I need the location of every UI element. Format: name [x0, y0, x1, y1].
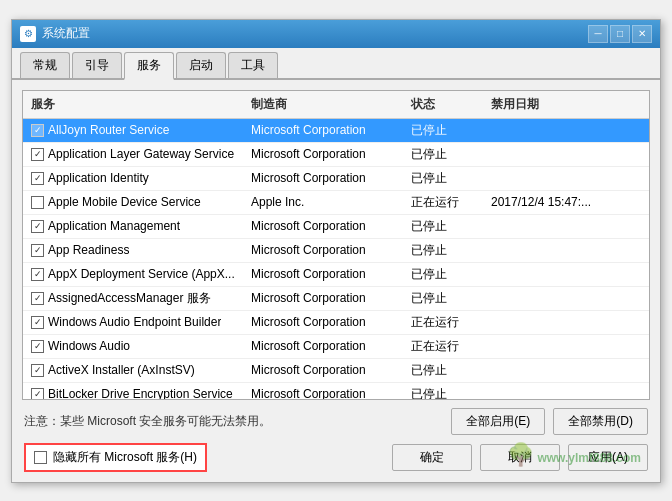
- hide-ms-checkbox[interactable]: [34, 451, 47, 464]
- notice-text: 注意：某些 Microsoft 安全服务可能无法禁用。: [24, 413, 271, 430]
- window-icon: ⚙: [20, 26, 36, 42]
- table-row[interactable]: ✓Windows AudioMicrosoft Corporation正在运行: [23, 335, 649, 359]
- apply-button[interactable]: 应用(A): [568, 444, 648, 471]
- service-checkbox[interactable]: ✓: [31, 364, 44, 377]
- service-checkbox[interactable]: ✓: [31, 340, 44, 353]
- confirm-buttons: 确定 取消 应用(A): [392, 444, 648, 471]
- service-name: AssignedAccessManager 服务: [48, 290, 211, 307]
- tab-tools[interactable]: 工具: [228, 52, 278, 78]
- service-date: [487, 225, 607, 227]
- table-row[interactable]: ✓AssignedAccessManager 服务Microsoft Corpo…: [23, 287, 649, 311]
- service-checkbox-cell[interactable]: ✓Application Identity: [27, 170, 247, 186]
- service-checkbox-cell[interactable]: ✓Application Management: [27, 218, 247, 234]
- service-vendor: Microsoft Corporation: [247, 146, 407, 162]
- minimize-button[interactable]: ─: [588, 25, 608, 43]
- service-name: Windows Audio Endpoint Builder: [48, 315, 221, 329]
- service-name: AppX Deployment Service (AppX...: [48, 267, 235, 281]
- window-controls: ─ □ ✕: [588, 25, 652, 43]
- service-checkbox-cell[interactable]: ✓Windows Audio Endpoint Builder: [27, 314, 247, 330]
- action-buttons: 全部启用(E) 全部禁用(D): [451, 408, 648, 435]
- service-name: ActiveX Installer (AxInstSV): [48, 363, 195, 377]
- enable-all-button[interactable]: 全部启用(E): [451, 408, 545, 435]
- service-date: [487, 273, 607, 275]
- service-checkbox[interactable]: ✓: [31, 292, 44, 305]
- service-checkbox[interactable]: ✓: [31, 148, 44, 161]
- service-status: 正在运行: [407, 337, 487, 356]
- service-vendor: Microsoft Corporation: [247, 362, 407, 378]
- service-checkbox[interactable]: ✓: [31, 220, 44, 233]
- cancel-button[interactable]: 取消: [480, 444, 560, 471]
- col-date: 禁用日期: [487, 94, 607, 115]
- table-row[interactable]: ✓Application IdentityMicrosoft Corporati…: [23, 167, 649, 191]
- table-row[interactable]: ✓Application Layer Gateway ServiceMicros…: [23, 143, 649, 167]
- service-checkbox-cell[interactable]: ✓AssignedAccessManager 服务: [27, 289, 247, 308]
- service-vendor: Microsoft Corporation: [247, 386, 407, 400]
- service-checkbox-cell[interactable]: ✓AppX Deployment Service (AppX...: [27, 266, 247, 282]
- tab-content: 服务 制造商 状态 禁用日期 ✓AllJoyn Router ServiceMi…: [12, 80, 660, 482]
- service-checkbox[interactable]: ✓: [31, 124, 44, 137]
- service-name: App Readiness: [48, 243, 129, 257]
- service-vendor: Apple Inc.: [247, 194, 407, 210]
- window-title: 系统配置: [42, 25, 90, 42]
- service-checkbox[interactable]: ✓: [31, 268, 44, 281]
- service-name: AllJoyn Router Service: [48, 123, 169, 137]
- service-checkbox[interactable]: ✓: [31, 388, 44, 400]
- disable-all-button[interactable]: 全部禁用(D): [553, 408, 648, 435]
- service-name: Apple Mobile Device Service: [48, 195, 201, 209]
- service-checkbox[interactable]: ✓: [31, 316, 44, 329]
- service-date: [487, 297, 607, 299]
- service-checkbox-cell[interactable]: ✓Windows Audio: [27, 338, 247, 354]
- tab-boot[interactable]: 引导: [72, 52, 122, 78]
- tab-services[interactable]: 服务: [124, 52, 174, 80]
- service-name: Application Management: [48, 219, 180, 233]
- table-row[interactable]: ✓BitLocker Drive Encryption ServiceMicro…: [23, 383, 649, 400]
- table-header: 服务 制造商 状态 禁用日期: [23, 91, 649, 119]
- col-vendor: 制造商: [247, 94, 407, 115]
- service-checkbox-cell[interactable]: ✓Application Layer Gateway Service: [27, 146, 247, 162]
- service-date: [487, 129, 607, 131]
- col-status: 状态: [407, 94, 487, 115]
- table-row[interactable]: ✓App ReadinessMicrosoft Corporation已停止: [23, 239, 649, 263]
- table-row[interactable]: ✓Windows Audio Endpoint BuilderMicrosoft…: [23, 311, 649, 335]
- table-body: ✓AllJoyn Router ServiceMicrosoft Corpora…: [23, 119, 649, 400]
- service-status: 已停止: [407, 121, 487, 140]
- service-vendor: Microsoft Corporation: [247, 290, 407, 306]
- service-status: 已停止: [407, 217, 487, 236]
- notice-row: 注意：某些 Microsoft 安全服务可能无法禁用。 全部启用(E) 全部禁用…: [22, 408, 650, 435]
- service-status: 已停止: [407, 145, 487, 164]
- service-checkbox-cell[interactable]: Apple Mobile Device Service: [27, 194, 247, 210]
- ok-button[interactable]: 确定: [392, 444, 472, 471]
- service-checkbox-cell[interactable]: ✓App Readiness: [27, 242, 247, 258]
- services-table[interactable]: 服务 制造商 状态 禁用日期 ✓AllJoyn Router ServiceMi…: [22, 90, 650, 400]
- tab-general[interactable]: 常规: [20, 52, 70, 78]
- service-checkbox-cell[interactable]: ✓ActiveX Installer (AxInstSV): [27, 362, 247, 378]
- service-name: Windows Audio: [48, 339, 130, 353]
- service-checkbox[interactable]: ✓: [31, 172, 44, 185]
- service-status: 已停止: [407, 241, 487, 260]
- bottom-row: 隐藏所有 Microsoft 服务(H) 确定 取消 应用(A): [22, 443, 650, 472]
- service-checkbox-cell[interactable]: ✓AllJoyn Router Service: [27, 122, 247, 138]
- service-checkbox-cell[interactable]: ✓BitLocker Drive Encryption Service: [27, 386, 247, 400]
- tab-bar: 常规 引导 服务 启动 工具: [12, 48, 660, 80]
- maximize-button[interactable]: □: [610, 25, 630, 43]
- table-row[interactable]: ✓ActiveX Installer (AxInstSV)Microsoft C…: [23, 359, 649, 383]
- service-vendor: Microsoft Corporation: [247, 314, 407, 330]
- service-vendor: Microsoft Corporation: [247, 242, 407, 258]
- table-row[interactable]: ✓AllJoyn Router ServiceMicrosoft Corpora…: [23, 119, 649, 143]
- table-row[interactable]: Apple Mobile Device ServiceApple Inc.正在运…: [23, 191, 649, 215]
- table-row[interactable]: ✓Application ManagementMicrosoft Corpora…: [23, 215, 649, 239]
- tab-startup[interactable]: 启动: [176, 52, 226, 78]
- hide-ms-services-container[interactable]: 隐藏所有 Microsoft 服务(H): [24, 443, 207, 472]
- hide-ms-label: 隐藏所有 Microsoft 服务(H): [53, 449, 197, 466]
- service-date: [487, 153, 607, 155]
- col-service: 服务: [27, 94, 247, 115]
- title-bar: ⚙ 系统配置 ─ □ ✕: [12, 20, 660, 48]
- service-vendor: Microsoft Corporation: [247, 338, 407, 354]
- service-vendor: Microsoft Corporation: [247, 170, 407, 186]
- table-row[interactable]: ✓AppX Deployment Service (AppX...Microso…: [23, 263, 649, 287]
- service-status: 正在运行: [407, 313, 487, 332]
- service-checkbox[interactable]: [31, 196, 44, 209]
- service-checkbox[interactable]: ✓: [31, 244, 44, 257]
- close-button[interactable]: ✕: [632, 25, 652, 43]
- service-name: Application Identity: [48, 171, 149, 185]
